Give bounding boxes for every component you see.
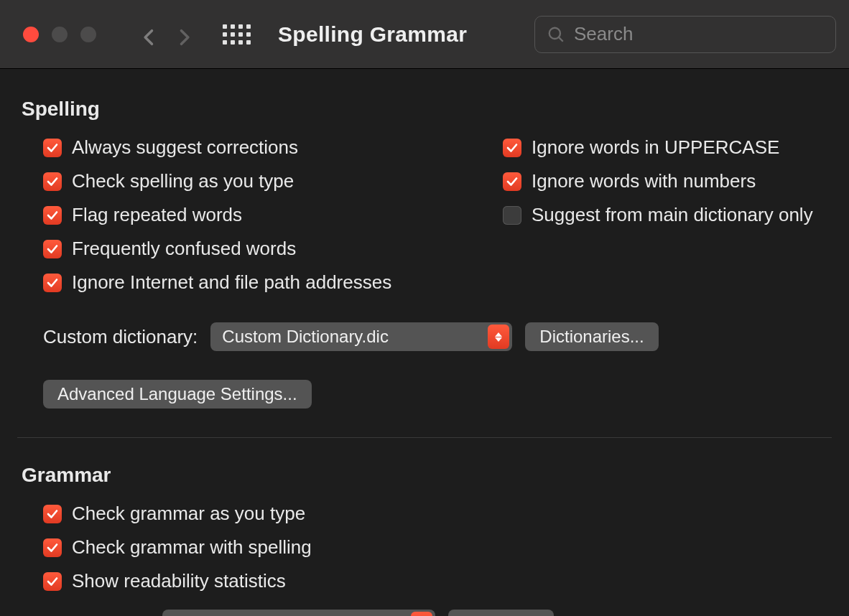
opt-label: Frequently confused words [72, 238, 296, 260]
opt-label: Ignore words in UPPERCASE [532, 136, 779, 159]
opt-label: Suggest from main dictionary only [532, 204, 813, 226]
search-icon [547, 25, 565, 44]
search-input[interactable] [574, 23, 824, 45]
show-all-button[interactable] [223, 24, 251, 45]
opt-label: Check spelling as you type [72, 170, 294, 192]
checkbox-icon [43, 274, 62, 292]
grammar-options: Check grammar as you type Check grammar … [22, 503, 827, 592]
search-field[interactable] [534, 16, 836, 53]
checkbox-icon [43, 206, 62, 225]
minimize-window-button[interactable] [52, 27, 68, 42]
checkbox-icon [43, 505, 62, 523]
writing-style-label: Writing style: [43, 613, 149, 617]
writing-style-popup[interactable]: Grammar [162, 610, 435, 616]
opt-ignore-uppercase[interactable]: Ignore words in UPPERCASE [503, 136, 813, 159]
opt-label: Flag repeated words [72, 204, 242, 226]
opt-ignore-internet-file-addresses[interactable]: Ignore Internet and file path addresses [43, 271, 467, 294]
button-label: Dictionaries... [539, 327, 644, 347]
advanced-row: Advanced Language Settings... [22, 380, 827, 409]
nav-arrows [139, 27, 188, 42]
opt-flag-repeated-words[interactable]: Flag repeated words [43, 204, 467, 226]
opt-label: Check grammar with spelling [72, 536, 312, 559]
svg-point-0 [549, 27, 560, 38]
checkbox-icon [43, 139, 62, 157]
spelling-options-left: Always suggest corrections Check spellin… [22, 136, 467, 305]
spelling-heading: Spelling [22, 98, 827, 121]
opt-show-readability-statistics[interactable]: Show readability statistics [43, 570, 827, 592]
custom-dictionary-row: Custom dictionary: Custom Dictionary.dic… [22, 322, 827, 351]
content: Spelling Always suggest corrections Chec… [0, 69, 849, 616]
section-divider [17, 437, 832, 438]
opt-check-grammar-as-you-type[interactable]: Check grammar as you type [43, 503, 827, 525]
opt-label: Ignore words with numbers [532, 170, 756, 192]
back-button[interactable] [139, 27, 154, 42]
opt-frequently-confused-words[interactable]: Frequently confused words [43, 238, 467, 260]
opt-label: Check grammar as you type [72, 503, 305, 525]
checkbox-icon [43, 240, 62, 258]
advanced-language-settings-button[interactable]: Advanced Language Settings... [43, 380, 312, 409]
spelling-options: Always suggest corrections Check spellin… [22, 136, 827, 305]
checkbox-icon [43, 572, 62, 591]
toolbar: Spelling Grammar [0, 0, 849, 69]
window-controls [23, 27, 96, 42]
opt-check-grammar-with-spelling[interactable]: Check grammar with spelling [43, 536, 827, 559]
dictionaries-button[interactable]: Dictionaries... [525, 322, 658, 351]
spelling-options-right: Ignore words in UPPERCASE Ignore words w… [503, 136, 813, 305]
checkbox-icon [503, 172, 521, 191]
opt-suggest-main-dictionary-only[interactable]: Suggest from main dictionary only [503, 204, 813, 226]
opt-label: Always suggest corrections [72, 136, 298, 159]
writing-style-row: Writing style: Grammar Settings... [22, 610, 827, 616]
checkbox-icon [503, 139, 521, 157]
updown-icon [411, 612, 432, 616]
custom-dictionary-label: Custom dictionary: [43, 326, 198, 348]
checkbox-icon [503, 206, 521, 225]
window-title: Spelling Grammar [278, 22, 467, 47]
grammar-settings-button[interactable]: Settings... [448, 610, 554, 616]
grammar-heading: Grammar [22, 464, 827, 487]
svg-line-1 [559, 37, 563, 41]
checkbox-icon [43, 172, 62, 191]
opt-label: Ignore Internet and file path addresses [72, 271, 391, 294]
grid-icon [223, 24, 251, 45]
button-label: Advanced Language Settings... [57, 384, 297, 404]
opt-always-suggest-corrections[interactable]: Always suggest corrections [43, 136, 467, 159]
opt-ignore-words-with-numbers[interactable]: Ignore words with numbers [503, 170, 813, 192]
custom-dictionary-value: Custom Dictionary.dic [222, 327, 389, 347]
opt-label: Show readability statistics [72, 570, 286, 592]
close-window-button[interactable] [23, 27, 39, 42]
custom-dictionary-popup[interactable]: Custom Dictionary.dic [210, 322, 512, 351]
opt-check-spelling-as-you-type[interactable]: Check spelling as you type [43, 170, 467, 192]
zoom-window-button[interactable] [80, 27, 96, 42]
updown-icon [488, 325, 509, 349]
forward-button[interactable] [174, 27, 188, 42]
checkbox-icon [43, 538, 62, 557]
